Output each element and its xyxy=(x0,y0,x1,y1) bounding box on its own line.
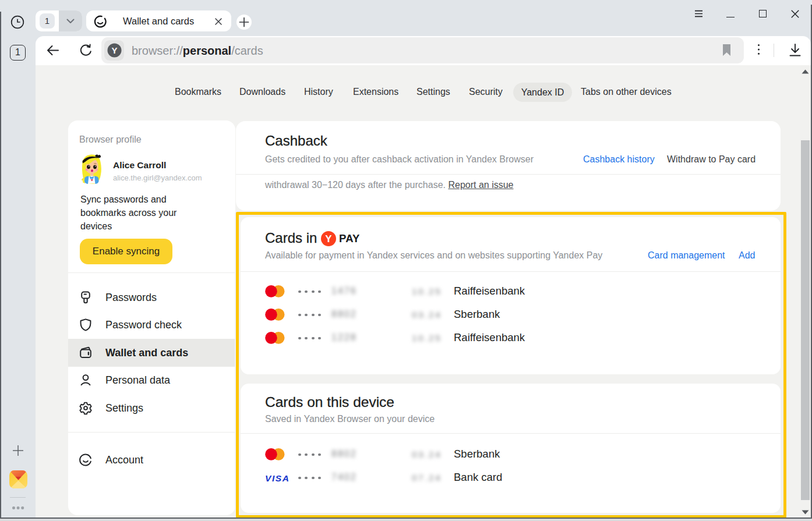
svg-text:Y: Y xyxy=(111,45,117,55)
svg-text:Y: Y xyxy=(325,233,332,244)
svg-text:VISA: VISA xyxy=(265,474,289,482)
